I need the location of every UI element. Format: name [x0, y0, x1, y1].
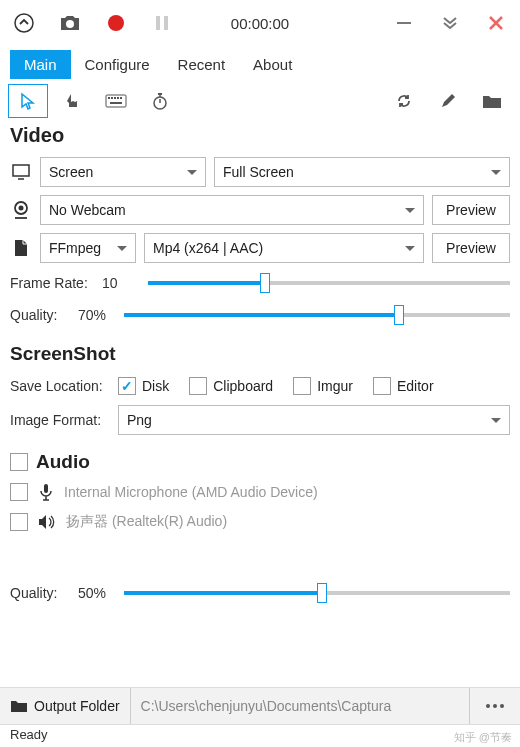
- speaker-icon: [38, 514, 56, 530]
- status-text: Ready: [10, 727, 48, 742]
- video-source-select[interactable]: Screen: [40, 157, 206, 187]
- svg-rect-22: [44, 484, 48, 493]
- video-source-row: Screen Full Screen: [0, 153, 520, 191]
- screenshot-icon[interactable]: [56, 9, 84, 37]
- brush-icon[interactable]: [428, 84, 468, 118]
- encoder-select[interactable]: FFmpeg: [40, 233, 136, 263]
- svg-rect-14: [158, 93, 162, 95]
- svg-point-20: [19, 206, 24, 211]
- speaker-label: 扬声器 (Realtek(R) Audio): [66, 513, 227, 531]
- svg-rect-6: [106, 95, 126, 107]
- screenshot-heading: ScreenShot: [0, 331, 520, 371]
- svg-rect-17: [13, 165, 29, 176]
- video-source-value: Screen: [49, 164, 93, 180]
- framerate-value: 10: [102, 275, 138, 291]
- audio-quality-label: Quality:: [10, 585, 68, 601]
- cursor-mode-icon[interactable]: [8, 84, 48, 118]
- imgur-label: Imgur: [317, 378, 353, 394]
- framerate-slider[interactable]: [148, 273, 510, 293]
- svg-rect-12: [110, 102, 122, 104]
- editor-checkbox[interactable]: [373, 377, 391, 395]
- svg-point-23: [486, 704, 490, 708]
- microphone-icon: [38, 483, 54, 501]
- svg-rect-9: [114, 97, 116, 99]
- expand-down-icon[interactable]: [436, 9, 464, 37]
- clipboard-label: Clipboard: [213, 378, 273, 394]
- format-select[interactable]: Mp4 (x264 | AAC): [144, 233, 424, 263]
- framerate-row: Frame Rate: 10: [0, 267, 520, 299]
- output-folder-button[interactable]: Output Folder: [0, 688, 131, 724]
- main-tabs: Main Configure Recent About: [0, 46, 520, 80]
- folder-small-icon: [10, 699, 28, 713]
- svg-point-2: [108, 15, 124, 31]
- webcam-row: No Webcam Preview: [0, 191, 520, 229]
- tab-configure[interactable]: Configure: [71, 50, 164, 79]
- folder-icon[interactable]: [472, 84, 512, 118]
- save-location-row: Save Location: Disk Clipboard Imgur Edit…: [0, 371, 520, 401]
- svg-rect-11: [120, 97, 122, 99]
- video-quality-label: Quality:: [10, 307, 68, 323]
- webcam-select[interactable]: No Webcam: [40, 195, 424, 225]
- webcam-value: No Webcam: [49, 202, 126, 218]
- record-icon[interactable]: [102, 9, 130, 37]
- encoder-row: FFmpeg Mp4 (x264 | AAC) Preview: [0, 229, 520, 267]
- svg-rect-4: [164, 16, 168, 30]
- image-format-value: Png: [127, 412, 152, 428]
- tab-recent[interactable]: Recent: [164, 50, 240, 79]
- video-heading: Video: [0, 122, 520, 153]
- webcam-preview-button[interactable]: Preview: [432, 195, 510, 225]
- audio-enable-checkbox[interactable]: [10, 453, 28, 471]
- output-path[interactable]: C:\Users\chenjunyu\Documents\Captura: [131, 688, 470, 724]
- title-bar: 00:00:00: [0, 0, 520, 46]
- status-bar: Ready: [0, 725, 520, 747]
- imgur-checkbox[interactable]: [293, 377, 311, 395]
- disk-checkbox[interactable]: [118, 377, 136, 395]
- save-location-label: Save Location:: [10, 378, 110, 394]
- more-button[interactable]: [470, 688, 520, 724]
- video-quality-value: 70%: [78, 307, 114, 323]
- image-format-select[interactable]: Png: [118, 405, 510, 435]
- pause-icon[interactable]: [148, 9, 176, 37]
- collapse-icon[interactable]: [10, 9, 38, 37]
- video-region-select[interactable]: Full Screen: [214, 157, 510, 187]
- encoder-preview-button[interactable]: Preview: [432, 233, 510, 263]
- bottom-bar: Output Folder C:\Users\chenjunyu\Documen…: [0, 687, 520, 725]
- encoder-value: FFmpeg: [49, 240, 101, 256]
- svg-rect-10: [117, 97, 119, 99]
- clipboard-checkbox[interactable]: [189, 377, 207, 395]
- refresh-icon[interactable]: [384, 84, 424, 118]
- svg-rect-8: [111, 97, 113, 99]
- video-quality-row: Quality: 70%: [0, 299, 520, 331]
- minimize-icon[interactable]: [390, 9, 418, 37]
- audio-heading-row: Audio: [0, 439, 520, 477]
- timer-display: 00:00:00: [231, 15, 289, 32]
- keyboard-mode-icon[interactable]: [96, 84, 136, 118]
- tab-main[interactable]: Main: [10, 50, 71, 79]
- svg-rect-7: [108, 97, 110, 99]
- mic-label: Internal Microphone (AMD Audio Device): [64, 484, 318, 500]
- svg-point-1: [66, 20, 74, 28]
- audio-quality-value: 50%: [78, 585, 114, 601]
- video-quality-slider[interactable]: [124, 305, 510, 325]
- tab-about[interactable]: About: [239, 50, 306, 79]
- disk-label: Disk: [142, 378, 169, 394]
- svg-point-25: [500, 704, 504, 708]
- mic-checkbox[interactable]: [10, 483, 28, 501]
- audio-quality-slider[interactable]: [124, 583, 510, 603]
- video-region-value: Full Screen: [223, 164, 294, 180]
- editor-label: Editor: [397, 378, 434, 394]
- format-value: Mp4 (x264 | AAC): [153, 240, 263, 256]
- timer-mode-icon[interactable]: [140, 84, 180, 118]
- svg-rect-3: [156, 16, 160, 30]
- image-format-row: Image Format: Png: [0, 401, 520, 439]
- output-folder-label: Output Folder: [34, 698, 120, 714]
- webcam-icon: [10, 201, 32, 219]
- close-icon[interactable]: [482, 9, 510, 37]
- mode-toolbar: [0, 80, 520, 122]
- file-icon: [10, 239, 32, 257]
- monitor-icon: [10, 164, 32, 180]
- image-format-label: Image Format:: [10, 412, 110, 428]
- audio-heading: Audio: [36, 451, 90, 473]
- speaker-checkbox[interactable]: [10, 513, 28, 531]
- click-mode-icon[interactable]: [52, 84, 92, 118]
